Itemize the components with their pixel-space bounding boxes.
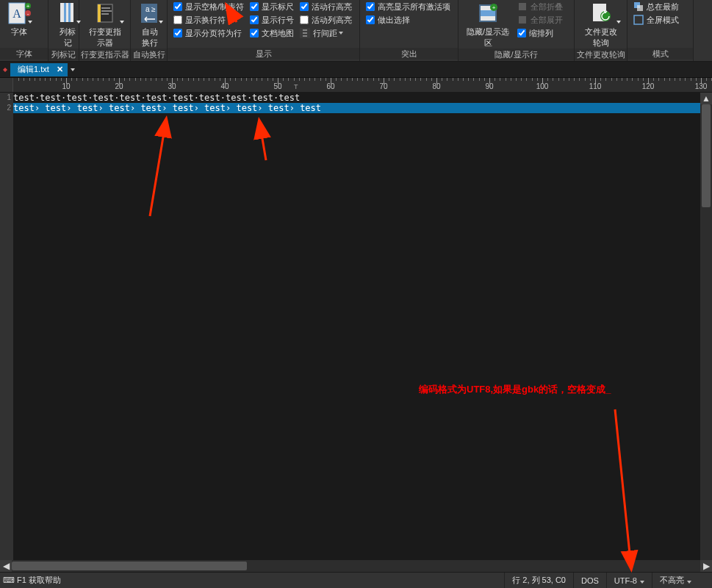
tab-close-button[interactable]: ✕ — [57, 65, 63, 74]
tab-dropdown-button[interactable] — [68, 63, 78, 76]
font-label: 字体 — [11, 26, 27, 37]
group-filepoll: 文件更改轮询 文件更改轮询 — [575, 0, 628, 61]
autowrap-label: 自动换行 — [138, 26, 162, 49]
keyboard-icon: ⌨ — [3, 576, 15, 584]
group-colmark: 列标记 列标记 — [48, 0, 79, 61]
linechgind-button[interactable]: 行变更指示器 — [82, 0, 127, 49]
status-encoding[interactable]: UTF-8 — [606, 573, 652, 588]
collapse-all-icon — [517, 1, 528, 12]
hideselect-button[interactable]: + 隐藏/显示选区 — [461, 0, 514, 49]
chk-label: 显示空格/制表符 — [185, 0, 244, 13]
chk-show-page-breaks[interactable]: 显示分页符为行 — [170, 26, 247, 40]
group-font: A+- 字体 字体 — [0, 0, 48, 61]
svg-rect-23 — [519, 16, 526, 24]
chk-make-selection[interactable]: 做出选择 — [363, 13, 453, 26]
help-text: F1 获取帮助 — [17, 576, 61, 584]
chk-show-line-numbers[interactable]: 显示行号 — [247, 13, 297, 26]
scroll-up-arrow-icon[interactable]: ▲ — [700, 93, 712, 104]
scroll-track[interactable] — [12, 560, 700, 572]
svg-rect-12 — [101, 10, 112, 12]
encoding-text: UTF-8 — [614, 576, 637, 585]
chk-always-on-top[interactable]: 总在最前 — [630, 0, 682, 13]
chk-label: 缩排列 — [529, 26, 553, 40]
group-autowrap: a≥ 自动换行 自动换行 — [131, 0, 168, 61]
item-label: 全部展开 — [531, 13, 563, 26]
status-help: ⌨ F1 获取帮助 — [0, 575, 61, 586]
svg-text:a: a — [145, 5, 150, 13]
svg-text:≥: ≥ — [151, 5, 156, 13]
chevron-down-icon — [339, 32, 343, 35]
group-caption: 隐藏/显示行 — [459, 49, 574, 60]
group-caption: 字体 — [0, 48, 48, 60]
status-syntax[interactable]: 不高亮 — [652, 573, 699, 588]
chk-active-line-hl[interactable]: 活动行高亮 — [297, 0, 355, 13]
code-line[interactable]: test·test·test·test·test·test·test·test·… — [13, 93, 712, 103]
svg-rect-10 — [98, 4, 101, 22]
svg-rect-6 — [60, 3, 73, 22]
expand-all-button[interactable]: 全部展开 — [514, 13, 566, 26]
svg-text:+: + — [26, 3, 30, 10]
chk-show-line-endings[interactable]: 显示换行符 — [170, 13, 247, 26]
status-position[interactable]: 行 2, 列 53, C0 — [504, 573, 573, 588]
group-caption: 行变更指示器 — [79, 49, 130, 60]
colmark-button[interactable]: 列标记 — [51, 0, 84, 49]
chk-show-ruler[interactable]: 显示标尺 — [247, 0, 297, 13]
chk-active-col-hl[interactable]: 活动列高亮 — [297, 13, 355, 26]
chk-label: 显示分页符为行 — [185, 26, 242, 40]
scroll-thumb[interactable] — [702, 104, 711, 207]
chevron-down-icon — [120, 21, 124, 24]
colmark-label: 列标记 — [56, 26, 79, 49]
autowrap-button[interactable]: a≥ 自动换行 — [134, 0, 166, 49]
scroll-right-arrow-icon[interactable]: ▶ — [700, 560, 712, 572]
svg-text:+: + — [492, 4, 496, 11]
font-button[interactable]: A+- 字体 — [3, 0, 35, 37]
svg-rect-8 — [68, 3, 71, 22]
chevron-down-icon — [684, 576, 691, 585]
group-highlight: 高亮显示所有激活项 做出选择 突出 — [360, 0, 459, 61]
chevron-down-icon — [637, 576, 644, 585]
chk-label: 活动行高亮 — [312, 0, 352, 13]
item-label: 全部折叠 — [531, 0, 563, 13]
file-tab[interactable]: 编辑1.txt ✕ — [10, 63, 68, 76]
hideselect-label: 隐藏/显示选区 — [466, 26, 510, 49]
editor[interactable]: 1 2 test·test·test·test·test·test·test·t… — [0, 93, 712, 572]
chk-collapse-columns[interactable]: 缩排列 — [514, 26, 566, 40]
chevron-down-icon — [616, 21, 621, 24]
collapse-all-button[interactable]: 全部折叠 — [514, 0, 566, 13]
chk-document-map[interactable]: 文档地图 — [247, 26, 297, 40]
line-spacing-button[interactable]: 行间距 — [297, 26, 355, 40]
chk-highlight-all-active[interactable]: 高亮显示所有激活项 — [363, 0, 453, 13]
group-caption: 突出 — [360, 48, 458, 60]
hide-show-selection-icon: + — [476, 1, 500, 25]
line-spacing-icon — [300, 28, 310, 38]
filepoll-button[interactable]: 文件更改轮询 — [578, 0, 624, 49]
line-number: 1 — [0, 93, 11, 103]
chk-fullscreen-mode[interactable]: 全屏模式 — [630, 13, 682, 26]
svg-rect-13 — [101, 13, 109, 15]
code-area[interactable]: test·test·test·test·test·test·test·test·… — [13, 93, 712, 113]
vertical-scrollbar[interactable]: ▲ ▼ — [700, 93, 712, 572]
horizontal-scrollbar[interactable]: ◀ ▶ — [0, 560, 712, 572]
chevron-down-icon — [28, 21, 32, 24]
svg-rect-28 — [634, 15, 643, 24]
ruler: 102030405060708090100110120130 T — [0, 78, 712, 93]
always-on-top-icon — [633, 1, 644, 12]
group-caption: 显示 — [168, 48, 359, 60]
chk-label: 做出选择 — [378, 13, 410, 26]
ruler-t-marker: T — [294, 83, 298, 90]
chevron-down-icon — [76, 21, 81, 24]
pos-text: 行 2, 列 53, C0 — [512, 575, 566, 586]
scroll-thumb[interactable] — [12, 562, 247, 570]
status-eol[interactable]: DOS — [573, 573, 606, 588]
code-line[interactable]: test› test› test› test› test› test› test… — [13, 103, 712, 113]
scroll-track[interactable] — [700, 104, 712, 560]
svg-text:A: A — [12, 7, 21, 20]
item-label: 全屏模式 — [647, 13, 679, 26]
chk-label: 活动列高亮 — [312, 13, 352, 26]
chk-show-spaces-tabs[interactable]: 显示空格/制表符 — [170, 0, 247, 13]
item-label: 总在最前 — [647, 0, 679, 13]
filepoll-label: 文件更改轮询 — [582, 26, 619, 49]
scroll-left-arrow-icon[interactable]: ◀ — [0, 560, 12, 572]
group-display: 显示空格/制表符 显示换行符 显示分页符为行 显示标尺 显示行号 文档地图 活动… — [168, 0, 360, 61]
tab-title: 编辑1.txt — [18, 64, 49, 75]
